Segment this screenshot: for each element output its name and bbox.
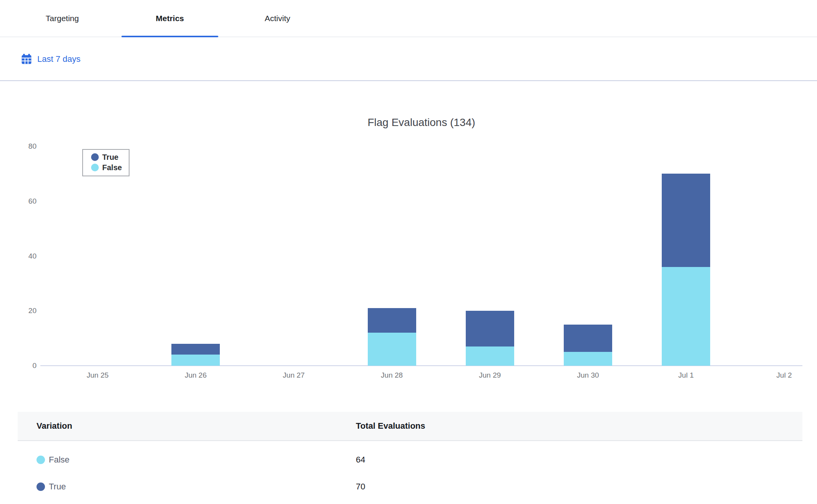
calendar-icon [21, 53, 32, 65]
x-axis-label: Jul 1 [646, 371, 726, 380]
false-legend-dot-icon [91, 164, 99, 171]
column-header-total-evaluations: Total Evaluations [356, 421, 802, 431]
bar-segment-true-jul-1 [662, 174, 710, 267]
x-axis-label: Jun 27 [253, 371, 334, 380]
row-value-true: 70 [356, 482, 802, 492]
bar-segment-false-jun-30 [564, 352, 612, 366]
variation-table: Variation Total Evaluations False 64 Tru… [18, 412, 802, 500]
tab-activity-label: Activity [265, 14, 291, 23]
column-header-variation: Variation [37, 421, 356, 431]
tab-targeting[interactable]: Targeting [14, 0, 111, 36]
bar-segment-false-jun-26 [171, 355, 220, 366]
variation-table-header: Variation Total Evaluations [18, 412, 802, 441]
table-row-true: True 70 [18, 473, 802, 500]
false-variation-dot-icon [37, 456, 45, 464]
bar-segment-false-jun-29 [466, 346, 514, 366]
metrics-page: Targeting Metrics Activity Last 7 days [0, 0, 817, 504]
y-axis-tick-label: 0 [0, 361, 37, 370]
legend-item-false[interactable]: False [91, 163, 122, 172]
x-axis-label: Jun 26 [155, 371, 236, 380]
date-range-label: Last 7 days [37, 54, 81, 64]
bar-segment-false-jul-1 [662, 267, 710, 366]
row-label-false: False [49, 455, 70, 465]
y-axis-tick-label: 60 [0, 197, 37, 206]
y-axis-tick-label: 40 [0, 252, 37, 260]
tab-activity[interactable]: Activity [229, 0, 326, 36]
row-label-true: True [49, 482, 66, 492]
chart-legend: TrueFalse [82, 149, 130, 176]
bar-segment-true-jun-30 [564, 325, 612, 352]
tab-metrics-label: Metrics [156, 14, 184, 23]
chart-title: Flag Evaluations (134) [40, 116, 802, 129]
table-row-false: False 64 [18, 446, 802, 473]
x-axis-label: Jun 25 [57, 371, 138, 380]
legend-label-false: False [102, 163, 122, 172]
true-legend-dot-icon [91, 153, 99, 161]
x-axis-label: Jul 2 [744, 371, 817, 380]
x-axis-label: Jun 29 [450, 371, 530, 380]
legend-label-true: True [102, 153, 118, 162]
tab-metrics[interactable]: Metrics [121, 0, 218, 36]
legend-item-true[interactable]: True [91, 153, 122, 162]
y-axis-tick-label: 20 [0, 307, 37, 315]
bar-segment-true-jun-29 [466, 311, 514, 346]
x-axis-label: Jun 28 [352, 371, 432, 380]
tab-bar: Targeting Metrics Activity [0, 0, 817, 37]
x-axis-label: Jun 30 [548, 371, 628, 380]
bar-segment-true-jun-26 [171, 344, 220, 355]
bar-segment-false-jun-28 [368, 333, 416, 366]
date-range-selector[interactable]: Last 7 days [21, 53, 81, 65]
true-variation-dot-icon [37, 482, 45, 491]
y-axis-tick-label: 80 [0, 142, 37, 151]
bar-segment-true-jun-28 [368, 308, 416, 333]
row-value-false: 64 [356, 455, 802, 465]
tab-targeting-label: Targeting [46, 14, 79, 23]
date-filter-bar: Last 7 days [0, 38, 817, 81]
variation-table-body: False 64 True 70 [18, 446, 802, 500]
